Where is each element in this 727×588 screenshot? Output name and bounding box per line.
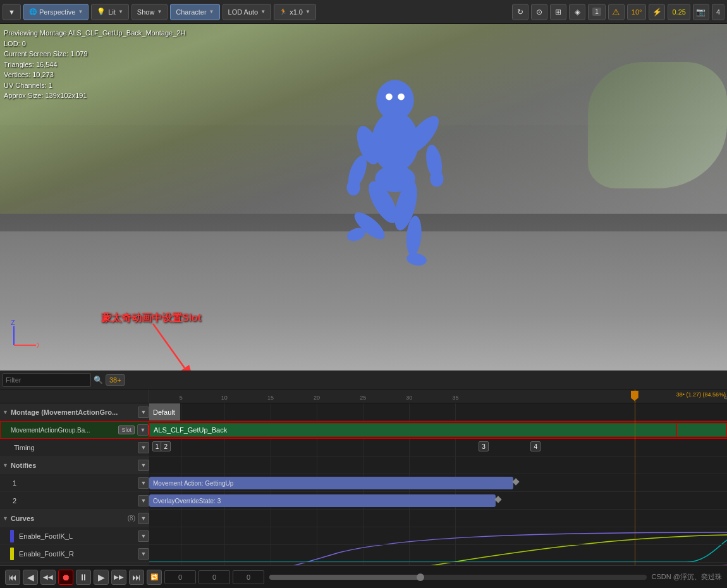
- frame-count-btn[interactable]: 1: [588, 4, 606, 20]
- slot-row-label: MovementActionGroup.Ba...: [11, 427, 116, 434]
- montage-track-label: ALS_CLF_GetUp_Back: [154, 426, 227, 434]
- montage-expand-icon[interactable]: ▼: [3, 409, 8, 415]
- toolbar-dropdown-btn[interactable]: ▼: [3, 4, 21, 20]
- timeline-ruler-row: 5 10 15 20 25 30 35 40 38• (1.27) (84.56…: [0, 389, 727, 403]
- notify1-bar: Movement Action: GettingUp: [149, 477, 513, 489]
- notify1-label: 1: [13, 479, 135, 487]
- frame-num-badge: 1: [592, 8, 601, 16]
- curves-dropdown-btn[interactable]: ▼: [138, 513, 149, 524]
- curves-track-area: [149, 527, 727, 565]
- lod-label: LOD Auto: [228, 8, 259, 16]
- annotation-arrow: [147, 321, 197, 371]
- timing-num-3: 3: [479, 441, 489, 451]
- frame-input-3[interactable]: [233, 570, 264, 584]
- camera-val: 4: [716, 8, 720, 16]
- timing-label: Timing: [14, 444, 135, 451]
- loop-btn[interactable]: 🔁: [147, 570, 162, 585]
- svg-rect-4: [388, 118, 401, 130]
- snap-val: 0.25: [672, 8, 685, 16]
- lod-dropdown-icon: ▼: [260, 9, 266, 15]
- notify2-diamond: [495, 496, 502, 503]
- next-end-btn[interactable]: ⏭: [129, 570, 144, 585]
- timeline-panel: 🔍 38+ 5 10 15 20 25 30 35 40: [0, 371, 727, 588]
- notify2-dropdown-btn[interactable]: ▼: [138, 495, 149, 506]
- scale-btn[interactable]: 🏃 x1.0 ▼: [274, 4, 316, 20]
- character-btn[interactable]: Character ▼: [170, 4, 219, 20]
- slot-dropdown-btn[interactable]: ▼: [137, 424, 149, 436]
- snap-btn[interactable]: ⊞: [550, 4, 566, 20]
- axis-svg: Z X: [8, 320, 39, 352]
- notify2-label: 2: [13, 497, 135, 505]
- notify2-row-left: 2 ▼: [0, 492, 149, 510]
- toolbar-right: ↻ ⊙ ⊞ ◈ 1 ⚠ 10° ⚡ 0.25 📷 4: [512, 4, 724, 20]
- camera-settings-btn[interactable]: 📷: [693, 4, 709, 20]
- slot-tag: Slot: [118, 426, 135, 434]
- montage-main-track: ALS_CLF_GetUp_Back: [149, 423, 676, 437]
- svg-point-9: [347, 180, 360, 196]
- annotation-container: 蒙太奇动画中设置Slot: [101, 312, 201, 325]
- timeline-labels: ▼ Montage (MovementActionGro... ▼ Moveme…: [0, 403, 149, 565]
- dropdown-arrow-icon: ▼: [8, 8, 15, 16]
- curves-expand-icon[interactable]: ▼: [3, 515, 8, 522]
- angle-btn[interactable]: 10°: [627, 4, 647, 20]
- scrubbar[interactable]: [269, 575, 647, 580]
- notifies-expand-icon[interactable]: ▼: [3, 462, 8, 469]
- timing-track-row: 1 2 3 4: [149, 439, 727, 456]
- montage-section-row: ▼ Montage (MovementActionGro... ▼: [0, 403, 149, 421]
- ruler-area: 5 10 15 20 25 30 35 40 38• (1.27) (84.56…: [149, 389, 727, 403]
- record-btn[interactable]: ⏺: [58, 570, 73, 585]
- curves-section-label: Curves: [11, 515, 124, 522]
- svg-line-19: [153, 324, 185, 368]
- ruler-mark-20: 20: [314, 395, 320, 401]
- prev-frame-btn[interactable]: ◀: [23, 570, 38, 585]
- camera-mode-btn[interactable]: ◈: [569, 4, 585, 20]
- pause-btn[interactable]: ⏸: [76, 570, 91, 585]
- frame-input-2[interactable]: [199, 570, 230, 584]
- info-uv: UV Channels: 1: [4, 80, 185, 91]
- notifies-section-row: ▼ Notifies ▼: [0, 456, 149, 474]
- frame-input-1[interactable]: [164, 570, 196, 584]
- viewport: Previewing Montage ALS_CLF_GetUp_Back_Mo…: [0, 24, 727, 371]
- montage-dropdown-btn[interactable]: ▼: [138, 407, 149, 418]
- warning-btn[interactable]: ⚠: [608, 4, 625, 20]
- svg-point-1: [386, 94, 393, 101]
- scale-dropdown-icon: ▼: [305, 9, 310, 15]
- lit-btn[interactable]: 💡 Lit ▼: [91, 4, 129, 20]
- curve1-label: Enable_FootIK_L: [19, 532, 135, 540]
- camera-val-btn[interactable]: 4: [712, 4, 724, 20]
- notify1-dropdown-btn[interactable]: ▼: [138, 477, 149, 489]
- curve2-label: Enable_FootIK_R: [19, 550, 135, 558]
- montage-track-end: [676, 423, 727, 437]
- snap-icon-btn[interactable]: ⚡: [649, 4, 665, 20]
- angle-val: 10°: [632, 8, 642, 16]
- play-fwd-btn[interactable]: ▶: [94, 570, 109, 585]
- lod-btn[interactable]: LOD Auto ▼: [223, 4, 272, 20]
- curve2-dropdown-btn[interactable]: ▼: [138, 548, 149, 560]
- curve2-row-left: Enable_FootIK_R ▼: [0, 545, 149, 563]
- notifies-dropdown-btn[interactable]: ▼: [138, 460, 149, 471]
- credit-text: CSDN @浮沉、奕过珠: [652, 572, 722, 582]
- curve2-track: [149, 545, 727, 563]
- prev-start-btn[interactable]: ⏮: [5, 570, 20, 585]
- character-label: Character: [176, 8, 206, 16]
- snap-val-btn[interactable]: 0.25: [668, 4, 690, 20]
- slot-track-row: ALS_CLF_GetUp_Back: [149, 421, 727, 439]
- scrubbar-thumb: [417, 573, 424, 581]
- frame-badge: 38+: [106, 374, 125, 386]
- ruler-mark-15: 15: [267, 395, 274, 401]
- perspective-btn[interactable]: 🌐 Perspective ▼: [23, 4, 89, 20]
- show-btn[interactable]: Show ▼: [131, 4, 168, 20]
- rotate-btn[interactable]: ↻: [512, 4, 528, 20]
- next-frame-btn[interactable]: ▶▶: [111, 570, 126, 585]
- timing-dropdown-btn[interactable]: ▼: [138, 442, 149, 453]
- filter-input[interactable]: [3, 373, 91, 387]
- notify1-track: Movement Action: GettingUp: [149, 474, 727, 492]
- notify1-diamond: [512, 478, 519, 485]
- curves-count: (8): [128, 515, 135, 522]
- info-montage: Previewing Montage ALS_CLF_GetUp_Back_Mo…: [4, 28, 185, 39]
- curve1-dropdown-btn[interactable]: ▼: [138, 530, 149, 542]
- orbit-btn[interactable]: ⊙: [531, 4, 547, 20]
- character-dropdown-icon: ▼: [209, 9, 214, 15]
- play-back-btn[interactable]: ◀◀: [40, 570, 56, 585]
- bg-foliage-right: [588, 62, 727, 188]
